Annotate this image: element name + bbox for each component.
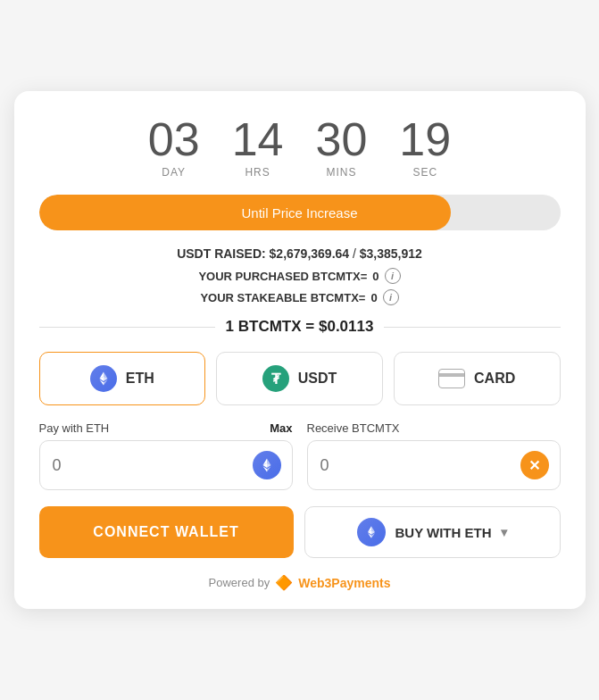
pay-input-group: Pay with ETH Max — [39, 421, 293, 490]
hours-label: HRS — [245, 166, 270, 179]
countdown-days: 03 DAY — [148, 116, 200, 179]
tab-eth[interactable]: ETH — [39, 352, 206, 405]
stakeable-row: YOUR STAKEABLE BTCMTX= 0 i — [39, 289, 561, 305]
purchased-value: 0 — [372, 270, 379, 283]
connect-wallet-button[interactable]: CONNECT WALLET — [39, 506, 294, 558]
pay-label-row: Pay with ETH Max — [39, 421, 293, 435]
eth-icon — [90, 365, 117, 392]
btcmtx-icon: ✕ — [520, 451, 549, 479]
footer: Powered by 🔶 Web3Payments — [39, 574, 561, 591]
hours-value: 14 — [232, 116, 284, 162]
mins-value: 30 — [316, 116, 368, 162]
buy-with-eth-label: BUY WITH ETH — [395, 525, 491, 540]
raised-label: USDT RAISED: — [177, 246, 266, 261]
stakeable-value: 0 — [370, 291, 377, 304]
price-divider-right — [384, 327, 560, 328]
mins-label: MINS — [326, 166, 356, 179]
countdown-secs: 19 SEC — [399, 116, 451, 179]
countdown-mins: 30 MINS — [316, 116, 368, 179]
tab-usdt[interactable]: ₮ USDT — [216, 352, 383, 405]
tab-card[interactable]: CARD — [394, 352, 561, 405]
countdown-hours: 14 HRS — [232, 116, 284, 179]
eth-coin-icon — [253, 451, 281, 479]
presale-widget: 03 DAY 14 HRS 30 MINS 19 SEC Until Price… — [14, 91, 586, 609]
purchased-label: YOUR PURCHASED BTCMTX= — [198, 270, 367, 283]
web3-brand: Web3Payments — [298, 576, 390, 590]
buy-with-eth-button[interactable]: BUY WITH ETH ▾ — [304, 506, 561, 558]
tab-usdt-label: USDT — [298, 371, 337, 387]
receive-label-row: Receive BTCMTX — [307, 421, 561, 435]
payment-tabs: ETH ₮ USDT CARD — [39, 352, 561, 405]
countdown: 03 DAY 14 HRS 30 MINS 19 SEC — [39, 116, 561, 179]
price-text: 1 BTCMTX = $0.0113 — [226, 318, 374, 336]
stakeable-label: YOUR STAKEABLE BTCMTX= — [200, 291, 365, 304]
buy-eth-icon — [357, 518, 386, 546]
btcmtx-coin-icon: ✕ — [520, 451, 549, 479]
powered-by-label: Powered by — [209, 576, 270, 589]
price-divider-left — [39, 327, 215, 328]
purchased-info-icon[interactable]: i — [385, 268, 401, 284]
progress-label: Until Price Increase — [39, 195, 561, 230]
tab-eth-label: ETH — [126, 371, 154, 387]
price-row: 1 BTCMTX = $0.0113 — [39, 318, 561, 336]
stats-section: USDT RAISED: $2,679,369.64 / $3,385,912 … — [39, 246, 561, 305]
secs-value: 19 — [399, 116, 451, 162]
web3-icon: 🔶 — [275, 574, 293, 591]
raised-goal: $3,385,912 — [360, 246, 422, 261]
eth-small-icon — [253, 451, 281, 479]
tab-card-label: CARD — [474, 371, 515, 387]
days-label: DAY — [162, 166, 186, 179]
chevron-down-icon: ▾ — [501, 525, 507, 539]
days-value: 03 — [148, 116, 200, 162]
receive-input-field: ✕ — [307, 440, 561, 490]
input-row: Pay with ETH Max — [39, 421, 561, 490]
purchased-row: YOUR PURCHASED BTCMTX= 0 i — [39, 268, 561, 284]
max-button[interactable]: Max — [270, 421, 292, 435]
stakeable-info-icon[interactable]: i — [383, 289, 399, 305]
pay-label: Pay with ETH — [39, 421, 110, 435]
action-row: CONNECT WALLET BUY WITH ETH ▾ — [39, 506, 561, 558]
receive-label: Receive BTCMTX — [307, 421, 400, 435]
raised-row: USDT RAISED: $2,679,369.64 / $3,385,912 — [39, 246, 561, 261]
raised-current: $2,679,369.64 — [270, 246, 350, 261]
card-icon — [438, 369, 465, 388]
progress-bar-container: Until Price Increase — [39, 195, 561, 230]
pay-input-field — [39, 440, 293, 490]
pay-input[interactable] — [53, 456, 244, 475]
receive-input-group: Receive BTCMTX ✕ — [307, 421, 561, 490]
usdt-icon: ₮ — [262, 365, 289, 392]
secs-label: SEC — [412, 166, 437, 179]
receive-input[interactable] — [320, 456, 512, 475]
